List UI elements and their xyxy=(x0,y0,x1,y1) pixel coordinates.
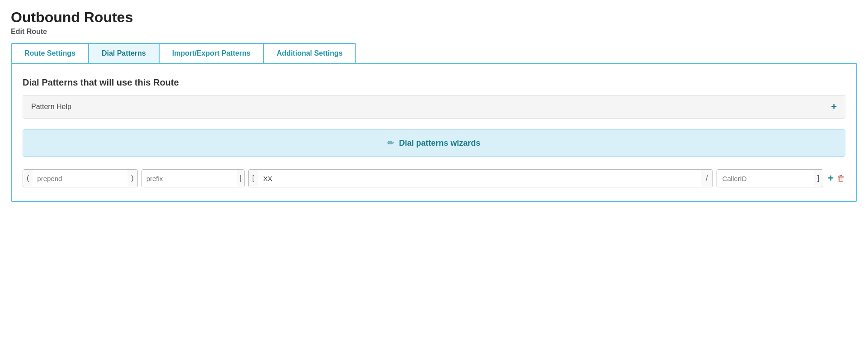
match-open-bracket: [ xyxy=(249,170,258,187)
page-title: Outbound Routes xyxy=(11,9,857,26)
section-title: Dial Patterns that will use this Route xyxy=(23,77,845,88)
prefix-input[interactable] xyxy=(142,170,237,187)
dial-patterns-wizard-bar[interactable]: ✏ Dial patterns wizards xyxy=(23,129,845,157)
callerid-close-bracket: ] xyxy=(814,170,823,187)
page-subtitle: Edit Route xyxy=(11,28,857,36)
callerid-input[interactable] xyxy=(717,170,814,187)
prefix-group: | xyxy=(142,169,245,187)
tab-dial-patterns[interactable]: Dial Patterns xyxy=(89,44,160,63)
prepend-group: ( ) xyxy=(23,169,138,187)
tab-import-export[interactable]: Import/Export Patterns xyxy=(160,44,264,63)
add-pattern-button[interactable]: + xyxy=(831,102,837,112)
prepend-input[interactable] xyxy=(33,170,127,187)
tab-route-settings[interactable]: Route Settings xyxy=(12,44,89,63)
callerid-group: ] xyxy=(717,169,823,187)
pattern-help-label[interactable]: Pattern Help xyxy=(31,103,71,111)
match-slash: / xyxy=(701,170,712,187)
wizard-label: Dial patterns wizards xyxy=(399,138,480,148)
add-row-button[interactable]: + xyxy=(828,173,834,183)
tab-additional-settings[interactable]: Additional Settings xyxy=(264,44,355,63)
match-field-group: [ / xyxy=(248,169,713,187)
content-panel: Dial Patterns that will use this Route P… xyxy=(11,63,857,202)
prefix-separator: | xyxy=(237,170,244,187)
tabs-bar: Route Settings Dial Patterns Import/Expo… xyxy=(11,43,356,63)
dial-pattern-row: ( ) | [ / ] + 🗑 xyxy=(23,169,845,187)
prepend-open-bracket: ( xyxy=(23,170,33,187)
delete-row-button[interactable]: 🗑 xyxy=(837,174,845,182)
prepend-close-bracket: ) xyxy=(127,170,137,187)
pattern-help-bar: Pattern Help + xyxy=(23,95,845,119)
wizard-icon: ✏ xyxy=(387,138,394,148)
row-actions: + 🗑 xyxy=(828,173,845,183)
match-input[interactable] xyxy=(258,170,701,187)
